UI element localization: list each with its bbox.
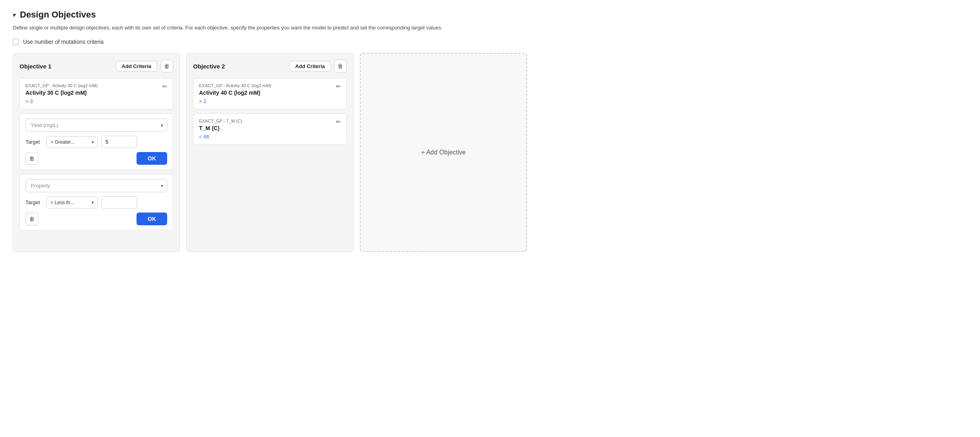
criteria2-0-header: EXACT_GP - Activity 40 C (log2 mM) Activ… xyxy=(199,83,341,104)
objective-1-header: Objective 1 Add Criteria 🗑 xyxy=(20,60,173,72)
collapse-icon[interactable]: ▾ xyxy=(13,11,16,19)
add-objective-label: + Add Objective xyxy=(421,149,466,156)
criteria2-0-name: Activity 40 C (log2 mM) xyxy=(199,90,271,96)
trash-icon: 🗑 xyxy=(29,216,35,222)
criteria2-0-label: EXACT_GP - Activity 40 C (log2 mM) xyxy=(199,83,271,88)
form-1-property-row: Property ▾ xyxy=(25,179,167,192)
form-0-trash-button[interactable]: 🗑 xyxy=(25,152,38,165)
form-1-trash-button[interactable]: 🗑 xyxy=(25,213,38,225)
criteria-0-header: EXACT_GP - Activity 30 C (log2 mM) Activ… xyxy=(25,83,167,104)
form-0-operator-wrapper: > Greater... < Less th... = Equal ▾ xyxy=(46,136,98,148)
objective-1-criteria-0: EXACT_GP - Activity 30 C (log2 mM) Activ… xyxy=(20,78,173,109)
form-1-property-select[interactable]: Property xyxy=(25,179,167,192)
form-0-operator-select[interactable]: > Greater... < Less th... = Equal xyxy=(46,136,98,148)
criteria2-0-info: EXACT_GP - Activity 40 C (log2 mM) Activ… xyxy=(199,83,271,104)
criteria2-1-info: EXACT_GP - T_M (C) T_M (C) < 66 xyxy=(199,119,242,140)
criteria2-1-value: < 66 xyxy=(199,134,242,140)
section-description: Define single or multiple design objecti… xyxy=(13,25,490,31)
objective-1-trash-button[interactable]: 🗑 xyxy=(160,60,173,72)
mutations-label: Use number of mutations criteria xyxy=(23,39,103,45)
objective-1-card: Objective 1 Add Criteria 🗑 EXACT_GP - Ac… xyxy=(13,53,180,252)
form-1-operator-wrapper: < Less th... > Greater... = Equal ▾ xyxy=(46,197,98,209)
objectives-row: Objective 1 Add Criteria 🗑 EXACT_GP - Ac… xyxy=(13,53,967,252)
objective-1-form-0: Yield (mg/L) ▾ Target > Greater... < Les… xyxy=(20,113,173,170)
objective-2-header: Objective 2 Add Criteria 🗑 xyxy=(193,60,347,72)
form-0-ok-button[interactable]: OK xyxy=(137,152,167,165)
form-1-actions: 🗑 OK xyxy=(25,213,167,225)
form-0-target-row: Target > Greater... < Less th... = Equal… xyxy=(25,136,167,148)
section-header: ▾ Design Objectives xyxy=(13,10,967,20)
objective-1-form-1: Property ▾ Target < Less th... > Greater… xyxy=(20,174,173,230)
trash-icon: 🗑 xyxy=(338,63,343,69)
mutations-checkbox[interactable] xyxy=(13,39,19,45)
objective-2-criteria-0: EXACT_GP - Activity 40 C (log2 mM) Activ… xyxy=(193,78,347,109)
criteria-0-name: Activity 30 C (log2 mM) xyxy=(25,90,98,96)
section-title: Design Objectives xyxy=(20,10,96,20)
criteria-0-edit-icon[interactable]: ✏ xyxy=(162,83,167,90)
objective-2-actions: Add Criteria 🗑 xyxy=(289,60,347,72)
objective-2-criteria-1: EXACT_GP - T_M (C) T_M (C) < 66 ✏ xyxy=(193,113,347,145)
form-1-property-wrapper: Property ▾ xyxy=(25,179,167,192)
form-0-actions: 🗑 OK xyxy=(25,152,167,165)
criteria2-1-name: T_M (C) xyxy=(199,125,242,131)
trash-icon: 🗑 xyxy=(29,155,35,162)
mutations-row: Use number of mutations criteria xyxy=(13,39,967,45)
form-1-value-input[interactable] xyxy=(101,196,137,209)
objective-2-card: Objective 2 Add Criteria 🗑 EXACT_GP - Ac… xyxy=(186,53,353,252)
objective-2-trash-button[interactable]: 🗑 xyxy=(334,60,347,72)
add-objective-card[interactable]: + Add Objective xyxy=(360,53,527,252)
form-0-property-row: Yield (mg/L) ▾ xyxy=(25,119,167,132)
criteria-0-info: EXACT_GP - Activity 30 C (log2 mM) Activ… xyxy=(25,83,98,104)
criteria2-0-value: > 2 xyxy=(199,98,271,104)
objective-1-actions: Add Criteria 🗑 xyxy=(116,60,173,72)
form-1-target-label: Target xyxy=(25,199,43,205)
form-1-operator-select[interactable]: < Less th... > Greater... = Equal xyxy=(46,197,98,209)
objective-1-add-criteria-button[interactable]: Add Criteria xyxy=(116,61,157,72)
criteria2-0-edit-icon[interactable]: ✏ xyxy=(336,83,341,90)
form-0-value-input[interactable] xyxy=(101,136,137,148)
criteria2-1-label: EXACT_GP - T_M (C) xyxy=(199,119,242,123)
criteria2-1-header: EXACT_GP - T_M (C) T_M (C) < 66 ✏ xyxy=(199,119,341,140)
criteria-0-value: > 3 xyxy=(25,98,98,104)
form-0-property-select[interactable]: Yield (mg/L) xyxy=(25,119,167,132)
trash-icon: 🗑 xyxy=(164,63,170,69)
form-0-property-wrapper: Yield (mg/L) ▾ xyxy=(25,119,167,132)
form-1-ok-button[interactable]: OK xyxy=(137,213,167,225)
objective-2-add-criteria-button[interactable]: Add Criteria xyxy=(289,61,331,72)
form-1-target-row: Target < Less th... > Greater... = Equal… xyxy=(25,196,167,209)
objective-1-title: Objective 1 xyxy=(20,63,51,70)
form-0-target-label: Target xyxy=(25,139,43,145)
objective-2-title: Objective 2 xyxy=(193,63,225,70)
criteria-0-label: EXACT_GP - Activity 30 C (log2 mM) xyxy=(25,83,98,88)
criteria2-1-edit-icon[interactable]: ✏ xyxy=(336,119,341,125)
